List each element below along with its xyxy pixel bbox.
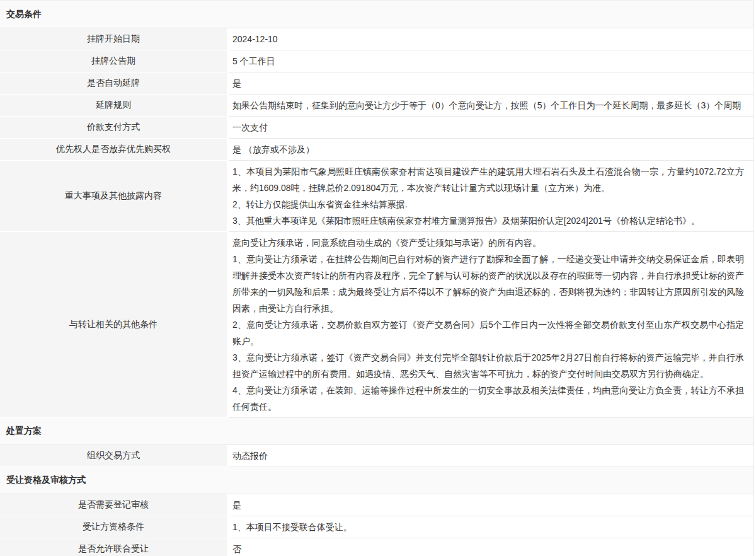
row-value: 是 (229, 72, 753, 95)
row-value: 意向受让方须承诺，同意系统自动生成的《资产受让须知与承诺》的所有内容。1、意向受… (229, 232, 753, 418)
table-row: 挂牌公告期5 个工作日 (0, 50, 753, 72)
row-label: 是否允许联合受让 (0, 538, 227, 556)
value-paragraph: 4、意向受让方须承诺，在装卸、运输等操作过程中所发生的一切安全事故及相关法律责任… (232, 382, 744, 415)
row-label: 挂牌开始日期 (0, 28, 227, 50)
row-label: 延牌规则 (0, 95, 227, 117)
row-value: 动态报价 (229, 445, 753, 467)
row-value: 是 （放弃或不涉及） (229, 139, 753, 161)
row-label: 是否自动延牌 (0, 72, 227, 95)
table-row: 是否需要登记审核是 (0, 494, 753, 516)
transaction-info-table: 交易条件挂牌开始日期2024-12-10挂牌公告期5 个工作日是否自动延牌是延牌… (0, 0, 754, 556)
row-label: 与转让相关的其他条件 (0, 232, 227, 418)
section-title: 处置方案 (0, 418, 753, 445)
table-row: 是否自动延牌是 (0, 72, 753, 95)
table-row: 优先权人是否放弃优先购买权是 （放弃或不涉及） (0, 139, 753, 161)
row-value: 否 (229, 538, 753, 556)
row-value: 1、本项目为莱阳市气象局照旺庄镇南侯家夼村雷达项目建设产生的建筑用大理石岩石头及… (229, 161, 753, 232)
row-value: 如果公告期结束时，征集到的意向受让方少于等于（0）个意向受让方，按照（5）个工作… (229, 95, 753, 117)
value-paragraph: 意向受让方须承诺，同意系统自动生成的《资产受让须知与承诺》的所有内容。 (232, 235, 744, 251)
value-paragraph: 2、转让方仅能提供山东省资金往来结算票据. (232, 196, 744, 212)
row-value: 是 (229, 494, 753, 516)
row-label: 挂牌公告期 (0, 50, 227, 72)
row-value: 2024-12-10 (229, 28, 753, 50)
table-row: 重大事项及其他披露内容1、本项目为莱阳市气象局照旺庄镇南侯家夼村雷达项目建设产生… (0, 161, 753, 232)
value-paragraph: 1、本项目为莱阳市气象局照旺庄镇南侯家夼村雷达项目建设产生的建筑用大理石岩石头及… (232, 163, 744, 196)
row-label: 是否需要登记审核 (0, 494, 227, 516)
row-label: 价款支付方式 (0, 117, 227, 139)
listing-detail-page: 交易条件挂牌开始日期2024-12-10挂牌公告期5 个工作日是否自动延牌是延牌… (0, 0, 756, 556)
section-title: 受让资格及审核方式 (0, 467, 753, 494)
table-row: 组织交易方式动态报价 (0, 445, 753, 467)
value-paragraph: 1、意向受让方须承诺，在挂牌公告期间已自行对标的资产进行了勘探和全面了解，一经递… (232, 251, 744, 316)
row-label: 组织交易方式 (0, 445, 227, 467)
table-row: 挂牌开始日期2024-12-10 (0, 28, 753, 50)
table-row: 与转让相关的其他条件意向受让方须承诺，同意系统自动生成的《资产受让须知与承诺》的… (0, 232, 753, 418)
row-label: 受让方资格条件 (0, 516, 227, 538)
value-paragraph: 2、意向受让方须承诺，交易价款自双方签订《资产交易合同》后5个工作日内一次性将全… (232, 316, 744, 349)
table-row: 价款支付方式一次支付 (0, 117, 753, 139)
row-label: 优先权人是否放弃优先购买权 (0, 139, 227, 161)
row-value: 5 个工作日 (229, 50, 753, 72)
value-paragraph: 3、其他重大事项详见《莱阳市照旺庄镇南侯家夼村堆方量测算报告》及烟莱阳价认定[2… (232, 212, 744, 229)
row-label: 重大事项及其他披露内容 (0, 161, 227, 232)
value-paragraph: 3、意向受让方须承诺，签订《资产交易合同》并支付完毕全部转让价款后于2025年2… (232, 349, 744, 382)
table-row: 受让方资格条件1、本项目不接受联合体受让。 (0, 516, 753, 538)
table-row: 是否允许联合受让否 (0, 538, 753, 556)
row-value: 一次支付 (229, 117, 753, 139)
table-row: 延牌规则如果公告期结束时，征集到的意向受让方少于等于（0）个意向受让方，按照（5… (0, 95, 753, 117)
row-value: 1、本项目不接受联合体受让。 (229, 516, 753, 538)
section-title: 交易条件 (0, 1, 753, 28)
